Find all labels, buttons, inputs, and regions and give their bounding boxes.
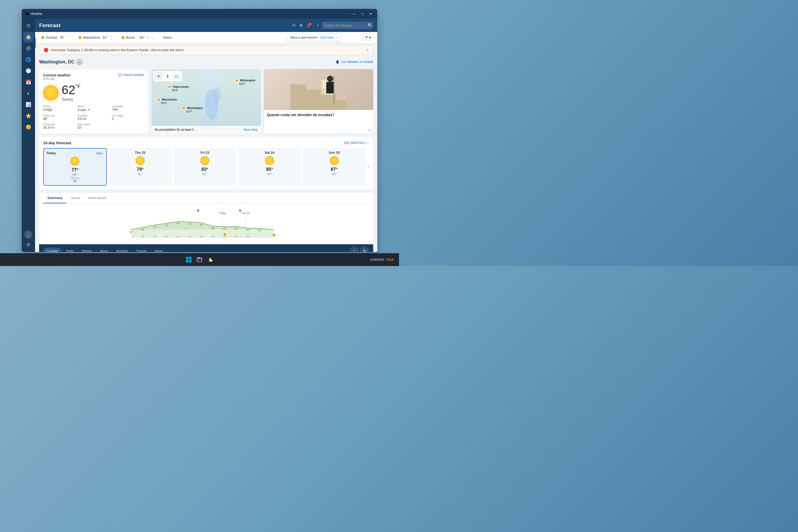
pollen-detail: Pollen High xyxy=(43,105,75,112)
alert-close[interactable]: ✕ xyxy=(366,48,369,52)
chart-body: ☀ ☀ Today Thu 22 xyxy=(39,203,373,244)
fav-item-pombal[interactable]: Pombal 79° ⋮ xyxy=(39,34,72,41)
svg-text:2%: 2% xyxy=(211,235,215,238)
forecast-day-sun25[interactable]: Sun 25 87° 69° xyxy=(303,148,365,186)
temperature-chart: ☀ ☀ Today Thu 22 xyxy=(43,207,369,240)
map-tool-temp[interactable]: 🌡 xyxy=(164,72,172,80)
fav-item-wash[interactable]: Wash... xyxy=(161,35,176,40)
sidebar-item-history[interactable]: 🕐 xyxy=(23,66,34,76)
tab-summary[interactable]: Summary xyxy=(43,193,66,203)
sidebar-item-charts[interactable]: 📊 xyxy=(23,99,34,110)
mobile-link[interactable]: 📱 Live Weather on Mobile xyxy=(336,60,373,64)
fav-more-icon[interactable]: ⋮ xyxy=(66,35,70,40)
search-box[interactable]: 🔍 xyxy=(322,22,373,29)
minimize-button[interactable]: — xyxy=(351,11,358,17)
mobile-label: Live Weather on Mobile xyxy=(341,60,373,64)
chart-section: Summary Hourly More details ☀ ☀ xyxy=(39,193,373,252)
sidebar-item-lifestyle[interactable]: 😊 xyxy=(23,122,34,132)
nav-news[interactable]: News xyxy=(151,248,167,252)
alert-bar[interactable]: 🔴 Hurricane Category 1 GILMA is moving w… xyxy=(39,45,373,55)
nav-upload-button[interactable]: ↑ xyxy=(350,246,359,252)
map-tool-wind[interactable]: 💨 xyxy=(173,72,181,80)
city-dot xyxy=(182,107,186,110)
visibility-label: Visibility xyxy=(77,114,110,117)
taskbar-time: 21/08/2024 xyxy=(370,258,384,261)
taskbar-files-button[interactable] xyxy=(195,255,204,264)
svg-text:0%: 0% xyxy=(223,235,227,238)
svg-text:71°: 71° xyxy=(153,226,156,228)
fav-temp: 81° xyxy=(102,36,108,39)
nav-monthly[interactable]: Monthly xyxy=(113,248,132,252)
svg-text:Thu 22: Thu 22 xyxy=(242,212,250,214)
toolbar: Forecast ↻ ★ 📌 ☽ 🔍 xyxy=(35,19,377,32)
fd-temp-high: 85° xyxy=(266,167,273,172)
sidebar-item-favorites[interactable]: ⭐ xyxy=(23,111,34,121)
svg-text:66°: 66° xyxy=(141,228,145,231)
nav-maps[interactable]: Maps xyxy=(96,248,112,252)
nav-current[interactable]: Current xyxy=(43,248,61,252)
fd-temp-low: 58° xyxy=(73,173,78,176)
svg-point-53 xyxy=(209,260,212,262)
open-map-button[interactable]: Open Map xyxy=(244,128,258,131)
fav-item-brasil[interactable]: Brasil... 80° ⚠ ⋮ xyxy=(119,34,157,41)
wind-label: Wind xyxy=(77,105,110,108)
ad-card[interactable]: Quanto custa um elevador de escadas? Ad xyxy=(264,69,373,134)
sidebar: ☰ 🏠 🌐 🕐 📅 🌡 📊 ⭐ 😊 👤 ⚙ xyxy=(22,19,35,252)
fav-item-matosinhos[interactable]: Matosinhos 81° ⋮ xyxy=(76,34,115,41)
feels-like-detail: Feels like 66° xyxy=(43,114,75,121)
fd-date: Thu 22 xyxy=(135,151,146,154)
sidebar-item-settings[interactable]: ⚙ xyxy=(23,240,34,250)
chat-icon: 💬 xyxy=(118,73,122,77)
search-input[interactable] xyxy=(325,23,365,27)
pin-button[interactable]: 📌 xyxy=(306,22,312,28)
favorite-button[interactable]: ★ xyxy=(299,22,303,28)
svg-text:2%: 2% xyxy=(165,235,168,238)
see-monthly-button[interactable]: SEE MONTHLY ⌄ xyxy=(344,141,369,145)
forecast-day-sat24[interactable]: Sat 24 85° 65° xyxy=(238,148,301,186)
feels-like-label: Feels like xyxy=(43,114,75,117)
sidebar-item-calendar[interactable]: 📅 xyxy=(23,77,34,87)
home-icon[interactable]: 🏠 xyxy=(76,59,82,65)
cw-temp-group: 62°F Sunny xyxy=(62,84,80,102)
fd-icon xyxy=(70,156,79,166)
fd-high-badge[interactable]: High › xyxy=(96,152,103,155)
unit-selector[interactable]: °F ▾ xyxy=(362,34,373,41)
fav-more-icon[interactable]: ⋮ xyxy=(109,35,113,40)
fd-temp-high: 87° xyxy=(331,167,338,172)
sidebar-item-menu[interactable]: ☰ xyxy=(23,21,34,31)
nav-details[interactable]: Details xyxy=(78,248,95,252)
pollen-label: Pollen xyxy=(43,105,75,108)
sidebar-item-thermometer[interactable]: 🌡 xyxy=(23,88,34,98)
map-tool-sun[interactable]: ☀ xyxy=(154,72,163,80)
fd-temp-high: 83° xyxy=(201,167,208,172)
refresh-button[interactable]: ↻ xyxy=(292,22,296,28)
forecast-day-fri23[interactable]: Fri 23 83° 62° xyxy=(174,148,236,186)
tab-more-details[interactable]: More details xyxy=(84,193,111,203)
close-button[interactable]: ✕ xyxy=(367,11,374,17)
sidebar-item-globe[interactable]: 🌐 xyxy=(23,55,34,65)
uv-value: 0 xyxy=(112,117,144,121)
theme-button[interactable]: ☽ xyxy=(315,22,319,28)
svg-text:76°: 76° xyxy=(176,222,180,225)
nav-refresh-button[interactable]: ↻ xyxy=(360,246,369,252)
forecast-day-today[interactable]: Today High › 77° 58° Sunny 3% xyxy=(43,148,107,186)
maximize-button[interactable]: □ xyxy=(359,11,366,17)
dark-theme-close[interactable]: × xyxy=(336,36,338,39)
forecast-day-thu22[interactable]: Thu 22 79° 61° xyxy=(109,148,172,186)
sidebar-item-home[interactable]: 🏠 xyxy=(23,32,34,42)
forecast-next-button[interactable]: › xyxy=(367,148,369,186)
tab-hourly[interactable]: Hourly xyxy=(66,193,84,203)
taskbar-weather-button[interactable] xyxy=(206,255,214,264)
fd-icon xyxy=(200,156,209,165)
nav-daily[interactable]: Daily xyxy=(62,248,77,252)
windows-start-button[interactable] xyxy=(185,255,193,264)
fd-date: Today xyxy=(46,151,56,155)
dark-theme-link[interactable]: Click here. xyxy=(320,36,334,39)
report-weather-button[interactable]: 💬 Report weather xyxy=(118,73,144,77)
user-avatar[interactable]: 👤 xyxy=(24,230,33,239)
dark-theme-banner: Want a dark theme? Click here. × xyxy=(287,34,341,41)
fav-more-icon[interactable]: ⋮ xyxy=(151,35,155,40)
nav-trends[interactable]: Trends xyxy=(132,248,150,252)
title-bar-controls: — □ ✕ xyxy=(351,11,374,17)
sidebar-item-radar[interactable] xyxy=(23,43,34,54)
